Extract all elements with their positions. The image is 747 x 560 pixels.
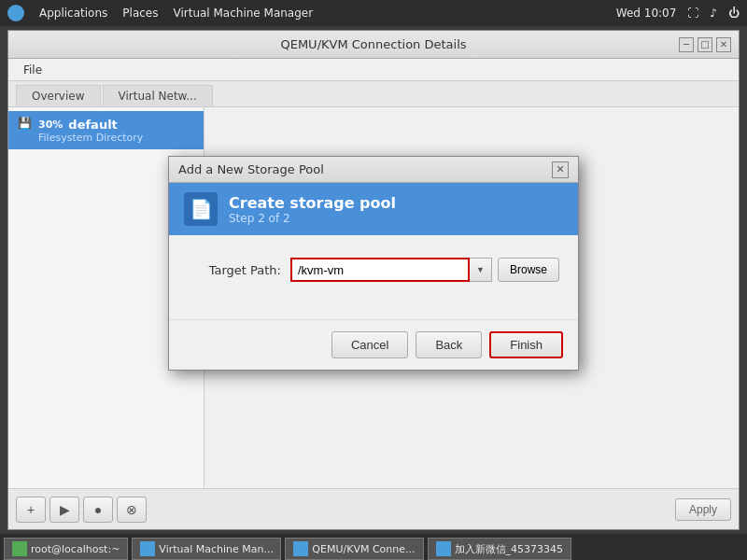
modal-header-icon: 📄 (184, 192, 218, 226)
taskbar-item-weixin[interactable]: 加入新微信_45373345 (428, 538, 572, 560)
stop-storage-button[interactable]: ● (83, 497, 113, 523)
system-bar-left: Applications Places Virtual Machine Mana… (7, 5, 313, 21)
target-path-input-group: ▼ Browse (290, 258, 559, 282)
sidebar-item-name: default (68, 118, 117, 132)
sidebar-item-header: 💾 30% default (18, 117, 194, 132)
taskbar-label-weixin: 加入新微信_45373345 (455, 542, 564, 556)
menu-places[interactable]: Places (122, 7, 158, 20)
modal-header-sub: Step 2 of 2 (229, 212, 396, 225)
browse-button[interactable]: Browse (498, 258, 559, 282)
apply-button[interactable]: Apply (675, 498, 731, 521)
document-plus-icon: 📄 (190, 198, 213, 220)
tab-virtual-networks[interactable]: Virtual Netw... (103, 85, 213, 106)
add-storage-button[interactable]: + (16, 497, 46, 523)
close-button[interactable]: ✕ (716, 37, 731, 52)
network-icon: ⛶ (687, 7, 698, 20)
target-path-row: Target Path: ▼ Browse (188, 258, 559, 282)
modal-titlebar: Add a New Storage Pool ✕ (169, 157, 578, 183)
storage-pct-badge: 30% (38, 119, 63, 131)
sidebar-item-default[interactable]: 💾 30% default Filesystem Directory (8, 111, 204, 149)
sidebar-item-sub: Filesystem Directory (18, 132, 194, 144)
menu-applications[interactable]: Applications (39, 7, 107, 20)
modal-body: Target Path: ▼ Browse (169, 235, 578, 319)
taskbar-label-virt-manager: Virtual Machine Man... (159, 543, 274, 555)
bottom-toolbar: + ▶ ● ⊗ Apply (8, 488, 739, 529)
storage-icon: 💾 (18, 117, 33, 132)
power-icon[interactable]: ⏻ (728, 7, 740, 20)
weixin-icon (436, 541, 451, 556)
taskbar-item-terminal[interactable]: root@localhost:~ (4, 538, 128, 560)
modal-footer: Cancel Back Finish (169, 319, 578, 370)
modal-close-button[interactable]: ✕ (552, 161, 569, 178)
window-titlebar: QEMU/KVM Connection Details ─ □ ✕ (8, 31, 739, 59)
taskbar-label-qemu-conn: QEMU/KVM Conne... (312, 543, 415, 555)
modal-header-text: Create storage pool Step 2 of 2 (229, 194, 396, 225)
minimize-button[interactable]: ─ (679, 37, 694, 52)
qemu-conn-icon (293, 541, 308, 556)
tab-overview[interactable]: Overview (16, 85, 101, 106)
toolbar-left: + ▶ ● ⊗ (16, 497, 147, 523)
maximize-button[interactable]: □ (698, 37, 712, 52)
modal-header-title: Create storage pool (229, 194, 396, 212)
system-bar: Applications Places Virtual Machine Mana… (0, 0, 747, 26)
virt-manager-icon (140, 541, 155, 556)
target-path-dropdown-button[interactable]: ▼ (470, 258, 492, 282)
taskbar-label-terminal: root@localhost:~ (31, 543, 120, 555)
target-path-input[interactable] (290, 258, 470, 282)
clock: Wed 10:07 (616, 7, 677, 20)
delete-storage-button[interactable]: ⊗ (117, 497, 147, 523)
tab-bar: Overview Virtual Netw... (8, 81, 739, 107)
menu-file[interactable]: File (16, 62, 49, 78)
menu-bar: File (8, 59, 739, 81)
start-storage-button[interactable]: ▶ (49, 497, 79, 523)
volume-icon: ♪ (710, 7, 717, 20)
terminal-icon (12, 541, 27, 556)
add-storage-pool-modal: Add a New Storage Pool ✕ 📄 Create storag… (168, 156, 579, 371)
finish-button[interactable]: Finish (489, 331, 563, 358)
modal-title: Add a New Storage Pool (178, 162, 324, 176)
window-title: QEMU/KVM Connection Details (280, 37, 466, 51)
target-path-label: Target Path: (188, 263, 290, 277)
taskbar-item-virt-manager[interactable]: Virtual Machine Man... (132, 538, 281, 560)
taskbar: root@localhost:~ Virtual Machine Man... … (0, 534, 747, 560)
modal-header-band: 📄 Create storage pool Step 2 of 2 (169, 183, 578, 235)
app-logo-icon (7, 5, 24, 21)
menu-virt-manager[interactable]: Virtual Machine Manager (173, 7, 313, 20)
back-button[interactable]: Back (416, 331, 482, 358)
cancel-button[interactable]: Cancel (331, 331, 408, 358)
system-bar-right: Wed 10:07 ⛶ ♪ ⏻ (616, 7, 740, 20)
taskbar-item-qemu-conn[interactable]: QEMU/KVM Conne... (285, 538, 423, 560)
window-controls: ─ □ ✕ (679, 37, 731, 52)
